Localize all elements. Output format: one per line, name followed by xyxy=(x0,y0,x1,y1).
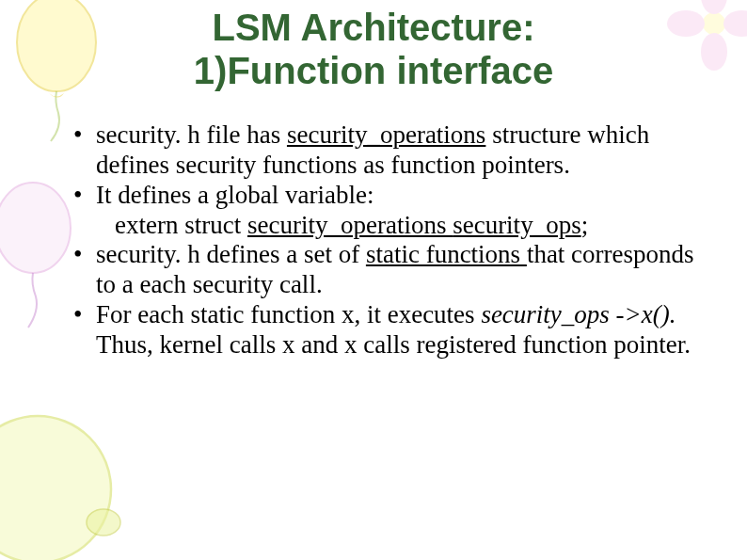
bullet-item-1: security. h file has security_operations… xyxy=(73,120,709,181)
bullet-item-2: It defines a global variable: extern str… xyxy=(73,181,709,241)
svg-point-3 xyxy=(87,509,120,536)
title-line-2: 1)Function interface xyxy=(194,50,553,91)
bullet-item-3: security. h defines a set of static func… xyxy=(73,240,709,300)
circle-decoration-bottom-left xyxy=(0,386,132,560)
bullet-list: security. h file has security_operations… xyxy=(38,120,709,360)
bullet-item-2-indent: extern struct security_operations securi… xyxy=(96,211,709,241)
title-line-1: LSM Architecture: xyxy=(212,7,534,48)
slide-title: LSM Architecture: 1)Function interface xyxy=(38,6,709,92)
svg-point-2 xyxy=(0,416,111,560)
slide-content: LSM Architecture: 1)Function interface s… xyxy=(0,0,747,360)
bullet-item-4: For each static function x, it executes … xyxy=(73,300,709,360)
